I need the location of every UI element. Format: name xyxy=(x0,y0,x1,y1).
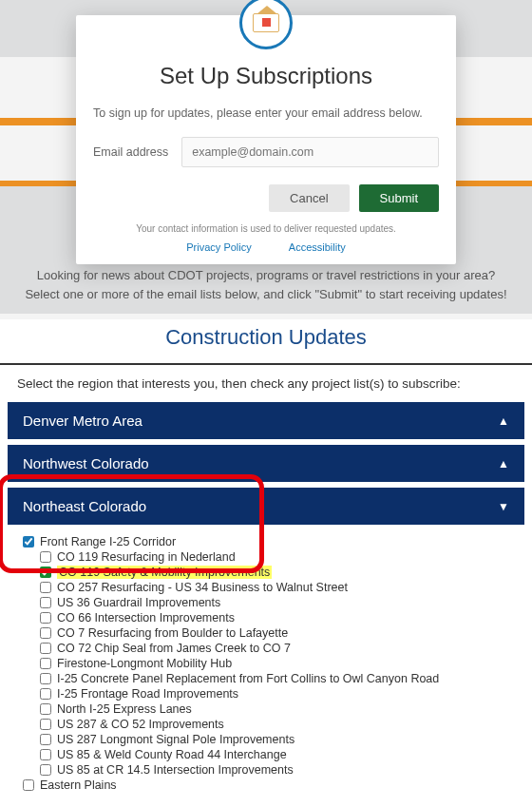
item-label: Firestone-Longmont Mobility Hub xyxy=(57,657,232,670)
chevron-up-icon: ▲ xyxy=(498,414,509,428)
chevron-up-icon: ▲ xyxy=(498,457,509,471)
list-item[interactable]: US 287 Longmont Signal Pole Improvements xyxy=(40,732,509,747)
list-item[interactable]: CO 119 Safety & Mobility Improvements xyxy=(40,565,509,580)
item-label: US 287 & CO 52 Improvements xyxy=(57,718,224,731)
item-label: CO 7 Resurfacing from Boulder to Lafayet… xyxy=(57,626,288,640)
accordion-denver-metro[interactable]: Denver Metro Area ▲ xyxy=(8,402,524,439)
checkbox[interactable] xyxy=(40,658,51,669)
list-item[interactable]: CO 72 Chip Seal from James Creek to CO 7 xyxy=(40,641,509,656)
list-item[interactable]: US 85 & Weld County Road 44 Interchange xyxy=(40,747,509,762)
checkbox[interactable] xyxy=(40,734,51,745)
accessibility-link[interactable]: Accessibility xyxy=(289,241,346,253)
checkbox[interactable] xyxy=(40,643,51,654)
accordion-body-northeast: Front Range I-25 CorridorCO 119 Resurfac… xyxy=(8,525,524,800)
item-label: CO 72 Chip Seal from James Creek to CO 7 xyxy=(57,642,291,655)
subscriptions-modal: Set Up Subscriptions To sign up for upda… xyxy=(76,15,456,264)
section-title: Construction Updates xyxy=(0,319,532,363)
item-label: CO 66 Intersection Improvements xyxy=(57,611,235,624)
email-field[interactable] xyxy=(181,137,439,167)
item-label: CO 119 Safety & Mobility Improvements xyxy=(57,566,272,579)
item-label: Front Range I-25 Corridor xyxy=(40,535,176,548)
envelope-icon xyxy=(239,0,293,49)
checkbox[interactable] xyxy=(40,764,51,776)
accordion-label: Northwest Colorado xyxy=(23,455,149,471)
submit-button[interactable]: Submit xyxy=(359,184,439,212)
checkbox[interactable] xyxy=(40,612,51,624)
list-item[interactable]: CO 257 Resurfacing - US 34 Business to W… xyxy=(40,580,509,595)
modal-title: Set Up Subscriptions xyxy=(93,63,439,89)
fine-print: Your contact information is used to deli… xyxy=(93,223,439,234)
list-item[interactable]: Firestone-Longmont Mobility Hub xyxy=(40,656,509,671)
cancel-button[interactable]: Cancel xyxy=(269,184,349,212)
item-label: Eastern Plains xyxy=(40,778,117,792)
checkbox[interactable] xyxy=(40,597,51,608)
item-label: CO 119 Resurfacing in Nederland xyxy=(57,550,236,564)
item-label: I-25 Frontage Road Improvements xyxy=(57,687,238,701)
checkbox[interactable] xyxy=(40,673,51,684)
checkbox[interactable] xyxy=(40,749,51,760)
select-instruction: Select the region that interests you, th… xyxy=(0,365,532,402)
list-item[interactable]: US 85 at CR 14.5 Intersection Improvemen… xyxy=(40,762,509,778)
checkbox[interactable] xyxy=(40,627,51,639)
item-label: US 36 Guardrail Improvements xyxy=(57,596,220,609)
item-label: CO 257 Resurfacing - US 34 Business to W… xyxy=(57,581,348,594)
list-item[interactable]: Eastern Plains xyxy=(23,778,509,793)
list-item[interactable]: CO 7 Resurfacing from Boulder to Lafayet… xyxy=(40,625,509,641)
checkbox[interactable] xyxy=(23,779,34,791)
list-item[interactable]: Front Range I-25 Corridor xyxy=(23,534,509,549)
list-item[interactable]: US 36 Guardrail Improvements xyxy=(40,595,509,610)
accordion-northeast[interactable]: Northeast Colorado ▼ xyxy=(8,488,524,525)
list-item[interactable]: I-25 Frontage Road Improvements xyxy=(40,686,509,701)
item-label: I-25 Concrete Panel Replacement from For… xyxy=(57,672,439,685)
checkbox[interactable] xyxy=(40,719,51,730)
list-item[interactable]: US 287 & CO 52 Improvements xyxy=(40,717,509,732)
checkbox[interactable] xyxy=(40,567,51,578)
chevron-down-icon: ▼ xyxy=(498,500,509,513)
checkbox[interactable] xyxy=(40,582,51,593)
checkbox[interactable] xyxy=(40,688,51,700)
email-label: Email address xyxy=(93,145,168,159)
accordion-northwest[interactable]: Northwest Colorado ▲ xyxy=(8,445,524,482)
accordion-label: Northeast Colorado xyxy=(23,498,146,514)
checkbox[interactable] xyxy=(40,551,51,563)
list-item[interactable]: I-25 Concrete Panel Replacement from For… xyxy=(40,671,509,686)
intro-text: Looking for news about CDOT projects, pr… xyxy=(0,266,532,303)
checkbox[interactable] xyxy=(40,703,51,715)
list-item[interactable]: CO 119 Resurfacing in Nederland xyxy=(40,549,509,565)
item-label: US 287 Longmont Signal Pole Improvements xyxy=(57,733,294,746)
item-label: US 85 at CR 14.5 Intersection Improvemen… xyxy=(57,763,294,777)
privacy-policy-link[interactable]: Privacy Policy xyxy=(186,241,251,253)
list-item[interactable]: North I-25 Express Lanes xyxy=(40,701,509,717)
accordion-label: Denver Metro Area xyxy=(23,413,142,429)
list-item[interactable]: CO 66 Intersection Improvements xyxy=(40,610,509,625)
modal-instruction: To sign up for updates, please enter you… xyxy=(93,106,439,120)
checkbox[interactable] xyxy=(23,536,34,548)
item-label: US 85 & Weld County Road 44 Interchange xyxy=(57,748,287,761)
item-label: North I-25 Express Lanes xyxy=(57,702,192,716)
